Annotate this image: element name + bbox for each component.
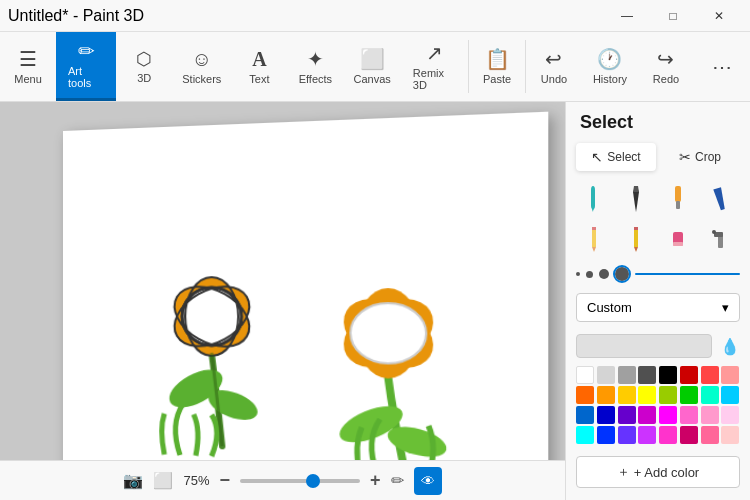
brush-spray[interactable] xyxy=(702,221,738,257)
color-preview-bar[interactable] xyxy=(576,334,712,358)
frame-icon[interactable]: ⬜ xyxy=(153,471,173,490)
effects-icon: ✦ xyxy=(307,49,324,69)
color-swatch[interactable] xyxy=(638,406,656,424)
tab-select[interactable]: ↖ Select xyxy=(576,143,656,171)
text-button[interactable]: A Text xyxy=(231,32,287,101)
redo-label: Redo xyxy=(653,73,679,85)
svg-rect-22 xyxy=(592,227,596,230)
color-swatch[interactable] xyxy=(680,426,698,444)
color-swatch[interactable] xyxy=(597,386,615,404)
color-swatch[interactable] xyxy=(721,366,739,384)
right-panel: Select ↖ Select ✂ Crop xyxy=(565,102,750,500)
redo-button[interactable]: ↪ Redo xyxy=(638,32,694,101)
color-swatch[interactable] xyxy=(659,366,677,384)
color-swatch[interactable] xyxy=(680,406,698,424)
art-tools-button[interactable]: ✏ Art tools xyxy=(56,32,116,101)
history-button[interactable]: 🕐 History xyxy=(582,32,638,101)
svg-marker-17 xyxy=(633,186,639,192)
color-swatch[interactable] xyxy=(597,426,615,444)
color-preview-row: 💧 xyxy=(566,330,750,362)
color-swatch[interactable] xyxy=(659,426,677,444)
close-button[interactable]: ✕ xyxy=(696,0,742,32)
color-swatch[interactable] xyxy=(680,366,698,384)
window-controls: — □ ✕ xyxy=(604,0,742,32)
color-swatch[interactable] xyxy=(576,426,594,444)
svg-marker-24 xyxy=(634,247,638,252)
size-small[interactable] xyxy=(576,272,580,276)
camera-icon[interactable]: 📷 xyxy=(123,471,143,490)
color-swatch[interactable] xyxy=(618,366,636,384)
minimize-button[interactable]: — xyxy=(604,0,650,32)
undo-label: Undo xyxy=(541,73,567,85)
color-swatch[interactable] xyxy=(597,366,615,384)
stickers-button[interactable]: ☺ Stickers xyxy=(172,32,231,101)
color-swatch[interactable] xyxy=(721,386,739,404)
color-swatch[interactable] xyxy=(721,426,739,444)
color-swatch[interactable] xyxy=(618,426,636,444)
panel-title: Select xyxy=(566,102,750,139)
brush-pen[interactable] xyxy=(618,181,654,217)
color-swatch[interactable] xyxy=(680,386,698,404)
eye-button[interactable]: 👁 xyxy=(414,467,442,495)
more-icon: ⋯ xyxy=(712,57,732,77)
art-tools-icon: ✏ xyxy=(78,41,95,61)
color-swatch[interactable] xyxy=(597,406,615,424)
stickers-label: Stickers xyxy=(182,73,221,85)
paste-button[interactable]: 📋 Paste xyxy=(469,32,525,101)
color-swatch[interactable] xyxy=(638,366,656,384)
color-swatch[interactable] xyxy=(618,386,636,404)
size-medium[interactable] xyxy=(586,271,593,278)
3d-button[interactable]: ⬡ 3D xyxy=(116,32,172,101)
art-tools-label: Art tools xyxy=(68,65,104,89)
zoom-slider[interactable] xyxy=(240,479,360,483)
tab-crop[interactable]: ✂ Crop xyxy=(660,143,740,171)
effects-button[interactable]: ✦ Effects xyxy=(287,32,343,101)
brush-calligraphy[interactable] xyxy=(702,181,738,217)
history-icon: 🕐 xyxy=(597,49,622,69)
zoom-thumb[interactable] xyxy=(306,474,320,488)
pencil-icon[interactable]: ✏ xyxy=(391,471,404,490)
add-color-button[interactable]: ＋ + Add color xyxy=(576,456,740,488)
color-swatch[interactable] xyxy=(638,386,656,404)
remix3d-label: Remix 3D xyxy=(413,67,456,91)
brush-eraser[interactable] xyxy=(660,221,696,257)
svg-marker-21 xyxy=(592,247,596,252)
canvas-button[interactable]: ⬜ Canvas xyxy=(343,32,400,101)
size-large[interactable] xyxy=(599,269,609,279)
color-swatch[interactable] xyxy=(618,406,636,424)
drawing-canvas[interactable] xyxy=(63,112,548,491)
color-swatch[interactable] xyxy=(701,386,719,404)
svg-rect-25 xyxy=(634,227,638,230)
menu-button[interactable]: ☰ Menu xyxy=(0,32,56,101)
color-swatch[interactable] xyxy=(576,406,594,424)
eyedropper-button[interactable]: 💧 xyxy=(720,337,740,356)
color-swatch[interactable] xyxy=(721,406,739,424)
effects-label: Effects xyxy=(299,73,332,85)
more-button[interactable]: ⋯ xyxy=(694,32,750,101)
color-swatch[interactable] xyxy=(576,366,594,384)
color-swatch[interactable] xyxy=(659,386,677,404)
select-tab-label: Select xyxy=(607,150,640,164)
size-xlarge[interactable] xyxy=(615,267,629,281)
color-swatch[interactable] xyxy=(638,426,656,444)
color-swatch[interactable] xyxy=(701,406,719,424)
brush-pencil1[interactable] xyxy=(576,221,612,257)
color-swatch[interactable] xyxy=(659,406,677,424)
canvas-area[interactable]: 📷 ⬜ 75% − + ✏ 👁 xyxy=(0,102,565,500)
zoom-in-icon[interactable]: + xyxy=(370,470,381,491)
color-swatch[interactable] xyxy=(701,366,719,384)
remix3d-button[interactable]: ↗ Remix 3D xyxy=(401,32,468,101)
brush-pencil2[interactable] xyxy=(618,221,654,257)
brush-marker[interactable] xyxy=(576,181,612,217)
zoom-out-icon[interactable]: − xyxy=(220,470,231,491)
title-bar: Untitled* - Paint 3D — □ ✕ xyxy=(0,0,750,32)
main-area: 📷 ⬜ 75% − + ✏ 👁 Select ↖ Select ✂ Crop xyxy=(0,102,750,500)
brush-paint[interactable] xyxy=(660,181,696,217)
canvas-icon: ⬜ xyxy=(360,49,385,69)
color-swatch[interactable] xyxy=(701,426,719,444)
undo-button[interactable]: ↩ Undo xyxy=(526,32,582,101)
maximize-button[interactable]: □ xyxy=(650,0,696,32)
crop-tab-icon: ✂ xyxy=(679,149,691,165)
color-swatch[interactable] xyxy=(576,386,594,404)
color-mode-dropdown[interactable]: Custom ▾ xyxy=(576,293,740,322)
